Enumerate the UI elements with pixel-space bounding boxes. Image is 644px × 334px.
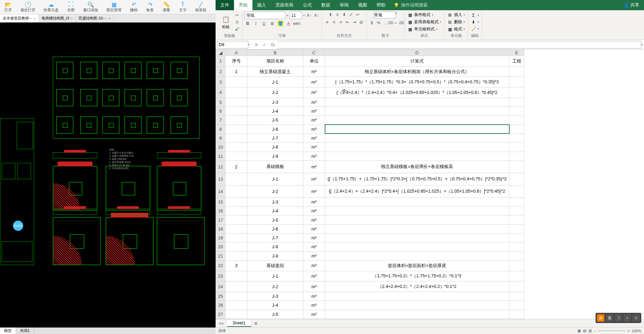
cell[interactable]: 3 xyxy=(225,260,247,271)
cell[interactable] xyxy=(509,207,524,215)
wrap-text-button[interactable]: ↩ xyxy=(355,12,361,18)
cell[interactable]: m³ xyxy=(303,66,325,77)
cell[interactable]: 计算式 xyxy=(325,56,509,67)
cell[interactable] xyxy=(225,215,247,224)
cell[interactable]: J-9 xyxy=(247,251,303,260)
cell[interactable]: m³ xyxy=(303,301,325,310)
cad-tab[interactable]: 永丰食堂及教师···× xyxy=(0,14,39,22)
font-name-input[interactable] xyxy=(245,12,286,19)
percent-button[interactable]: % xyxy=(376,20,382,26)
ime-button[interactable]: 英 xyxy=(606,314,613,322)
cell[interactable]: m² xyxy=(303,185,325,197)
cell[interactable] xyxy=(509,224,524,233)
cell[interactable]: m³ xyxy=(303,260,325,271)
cell[interactable] xyxy=(509,281,524,292)
ime-button[interactable]: ◊ xyxy=(632,314,640,322)
row-header[interactable]: 4 xyxy=(216,87,225,98)
sheet-area[interactable]: ◢ A B C D E 1 序号 项目名称 单位 计算式 工程2 1 独立基础混… xyxy=(216,50,644,319)
cell[interactable]: m³ xyxy=(303,116,325,125)
cell[interactable] xyxy=(509,143,524,152)
cell[interactable] xyxy=(325,125,509,134)
cell[interactable]: （2.4+2.4+0.2）*（2.4+2.4+0.2）*0.1*2 xyxy=(325,281,509,292)
row-header[interactable]: 18 xyxy=(216,224,225,233)
cell[interactable]: m³ xyxy=(303,134,325,142)
cell[interactable] xyxy=(225,197,247,206)
decrease-indent-button[interactable]: ⇤ xyxy=(345,19,351,25)
cell[interactable] xyxy=(325,107,509,116)
cell[interactable] xyxy=(225,281,247,292)
row-header[interactable]: 11 xyxy=(216,152,225,161)
view-pagebreak-button[interactable]: ▥ xyxy=(588,329,592,333)
fill-color-button[interactable]: 🪣 xyxy=(277,20,283,27)
cell[interactable] xyxy=(509,125,524,134)
cell[interactable] xyxy=(225,173,247,185)
cell[interactable] xyxy=(225,107,247,116)
cell[interactable]: [（2.4+2.4）*（2.4+2.4）*0.4+（1.025+0.65+1.0… xyxy=(325,87,509,98)
cell[interactable]: J-7 xyxy=(247,234,303,242)
cell[interactable] xyxy=(509,107,524,116)
row-header[interactable]: 24 xyxy=(216,281,225,292)
cad-tool-快看云盘[interactable]: ☁快看云盘 xyxy=(40,0,63,14)
cell[interactable] xyxy=(509,77,524,87)
cell[interactable] xyxy=(509,301,524,310)
cell[interactable] xyxy=(325,152,509,161)
menu-帮助[interactable]: 帮助 xyxy=(372,0,390,10)
cell[interactable] xyxy=(325,207,509,215)
menu-审阅[interactable]: 审阅 xyxy=(335,0,353,10)
cell[interactable] xyxy=(325,224,509,233)
cut-button[interactable]: ✂ xyxy=(234,12,240,18)
cell[interactable]: （1.75+1.75+0.2）*（1.75+1.75+0.2）*0.1*3 xyxy=(325,271,509,281)
cell[interactable] xyxy=(325,301,509,310)
fx-button[interactable]: fx xyxy=(269,41,277,48)
cell[interactable] xyxy=(509,173,524,185)
delete-cells-button[interactable]: ⊟删除▾ xyxy=(447,19,466,25)
menu-数据[interactable]: 数据 xyxy=(317,0,335,10)
menu-视图[interactable]: 视图 xyxy=(353,0,372,10)
align-right-button[interactable]: ≡ xyxy=(338,19,344,25)
menu-页面布局[interactable]: 页面布局 xyxy=(271,0,298,10)
cell[interactable] xyxy=(509,185,524,197)
cell[interactable] xyxy=(225,242,247,251)
cell[interactable] xyxy=(225,224,247,233)
cad-tool-恢复[interactable]: ↷恢复 xyxy=(142,0,158,14)
cad-tool-画直线[interactable]: ╱画直线 xyxy=(191,0,210,14)
align-middle-button[interactable]: ≡ xyxy=(334,12,340,18)
cell[interactable] xyxy=(509,66,524,77)
row-header[interactable]: 6 xyxy=(216,107,225,116)
cell[interactable] xyxy=(325,292,509,301)
cad-tool-最近打开[interactable]: 🕐最近打开 xyxy=(16,0,40,14)
cell[interactable]: 工程 xyxy=(509,56,524,67)
cell[interactable] xyxy=(225,98,247,107)
cell[interactable] xyxy=(225,301,247,310)
font-color-button[interactable]: A xyxy=(286,20,292,27)
cell[interactable]: m² xyxy=(303,207,325,215)
close-icon[interactable]: × xyxy=(108,16,111,20)
row-header[interactable]: 16 xyxy=(216,207,225,215)
fill-button[interactable]: ⬇▾ xyxy=(470,19,480,25)
row-header[interactable]: 27 xyxy=(216,310,225,319)
row-header[interactable]: 25 xyxy=(216,292,225,301)
increase-font-button[interactable]: A↑ xyxy=(306,12,312,18)
align-center-button[interactable]: ≡ xyxy=(331,19,337,25)
cell[interactable]: 独立基础混凝土 xyxy=(247,66,303,77)
cad-tab[interactable]: 电商楼结构图_t3× xyxy=(39,14,76,22)
cad-tool-文字[interactable]: T文字 xyxy=(175,0,191,14)
merge-button[interactable]: ⊟ xyxy=(358,19,364,25)
cell[interactable] xyxy=(225,116,247,125)
cell[interactable]: J-1 xyxy=(247,173,303,185)
cell[interactable]: m³ xyxy=(303,310,325,319)
sheet-tab-1[interactable]: Sheet1 xyxy=(227,320,251,327)
cell[interactable]: m³ xyxy=(303,77,325,87)
cell[interactable]: J-3 xyxy=(247,98,303,107)
share-button[interactable]: 👤 共享 xyxy=(619,0,644,10)
row-header[interactable]: 26 xyxy=(216,301,225,310)
cell[interactable] xyxy=(225,185,247,197)
row-header[interactable]: 9 xyxy=(216,134,225,142)
cell[interactable] xyxy=(325,134,509,142)
cell[interactable]: m³ xyxy=(303,292,325,301)
cad-tool-撤销[interactable]: ↶撤销 xyxy=(126,0,142,14)
col-header-C[interactable]: C xyxy=(303,50,325,56)
col-header-A[interactable]: A xyxy=(225,50,247,56)
cell[interactable]: m² xyxy=(303,234,325,242)
phonetic-button[interactable]: wén xyxy=(294,20,300,27)
